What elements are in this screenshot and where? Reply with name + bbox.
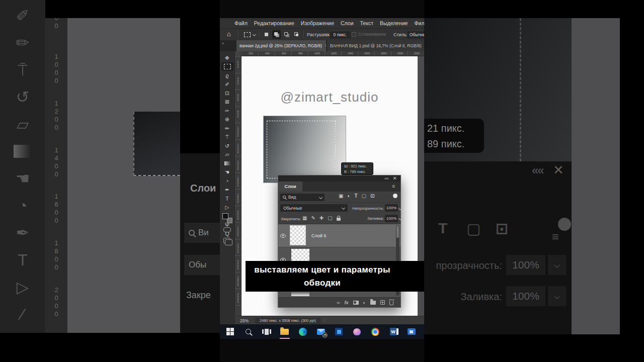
type-tool[interactable]: T (221, 194, 233, 203)
selection-subtract-button[interactable] (282, 30, 291, 39)
new-layer-icon[interactable] (380, 300, 385, 305)
panel-title-bar[interactable]: «« ✕ (278, 175, 400, 182)
document-tab-inactive[interactable]: ВАННАЯ ВИД 1.psd @ 16,7% (Слой 6, RGB/8) (327, 40, 424, 51)
paint3d-icon[interactable] (353, 327, 361, 336)
layer-search-dropdown[interactable]: Вид (280, 194, 325, 201)
selection-new-button[interactable] (262, 30, 271, 39)
rect-marquee-tool[interactable] (221, 62, 233, 71)
style-dropdown[interactable]: Обычный (407, 31, 424, 39)
clone-stamp-tool[interactable]: ⍑ (221, 133, 233, 142)
layer-row-selected[interactable]: Слой 6 (278, 224, 400, 247)
layer-effects-icon[interactable]: fx (345, 300, 349, 305)
tool-bar: ✥ ϱ ✐ ⊡ ⊠ ✑ ⊕ ✏ ⍑ ↺ ▱ (220, 51, 235, 324)
selection-size-tooltip: Ш : 921 пикс. В : 789 пикс. (341, 162, 373, 175)
ruler-number: 1200 (237, 144, 239, 160)
pen-tool[interactable]: ✒ (221, 186, 233, 195)
edge-icon[interactable] (298, 327, 307, 336)
close-panel-icon[interactable]: ✕ (393, 175, 397, 182)
dodge-tool[interactable]: ◔ (221, 176, 233, 186)
eraser-tool[interactable]: ▱ (221, 150, 233, 159)
bg-tool-icon: T (0, 246, 45, 274)
frame-tool[interactable]: ⊠ (221, 98, 233, 107)
word-icon[interactable]: W (389, 327, 397, 336)
chevron-down-icon (319, 195, 323, 199)
smudge-tool[interactable]: ☚ (221, 168, 233, 177)
layer-visibility-icon[interactable] (280, 234, 286, 238)
screen-mode-icon[interactable] (223, 238, 230, 243)
gradient-tool[interactable] (221, 159, 233, 168)
layers-tab[interactable]: Слои (278, 182, 302, 192)
fill-input[interactable]: 100% (385, 215, 398, 222)
lock-paint-icon[interactable]: ✎ (311, 215, 315, 221)
healing-brush-tool[interactable]: ⊕ (221, 115, 233, 124)
link-layers-icon[interactable]: ∞ (337, 300, 340, 305)
media-app-icon[interactable] (407, 327, 416, 336)
lock-position-icon[interactable]: ✚ (319, 215, 324, 221)
filter-shape-layers-icon[interactable]: ▢ (362, 193, 366, 199)
menu-item[interactable]: Фильтр (415, 20, 424, 26)
bg-opacity-label: прозрачность: (424, 260, 502, 272)
menu-item[interactable]: Выделение (380, 20, 408, 26)
path-select-tool[interactable]: ▷ (221, 203, 233, 212)
menu-item[interactable]: Файл (234, 20, 248, 26)
menu-item[interactable]: Редактирование (254, 20, 294, 26)
tab-overflow-icon[interactable]: » (222, 41, 223, 46)
panel-menu-icon[interactable]: ≡ (392, 184, 397, 189)
task-view-icon[interactable] (262, 327, 271, 336)
chrome-icon[interactable] (371, 327, 379, 336)
crop-tool[interactable]: ⊡ (221, 88, 233, 98)
chevron-down-icon[interactable] (253, 33, 256, 36)
antialias-checkbox[interactable]: Сглаживание (352, 32, 386, 37)
selection-intersect-button[interactable] (292, 30, 301, 39)
lock-artboard-icon[interactable]: ▢ (328, 215, 332, 221)
quick-selection-tool[interactable]: ✐ (221, 80, 233, 89)
layer-thumbnail[interactable] (290, 225, 306, 245)
taskbar-search-icon[interactable] (244, 327, 253, 336)
feather-input[interactable]: 0 пикс. (330, 31, 351, 39)
start-button[interactable] (226, 327, 234, 336)
filter-toggle-icon[interactable] (393, 194, 397, 198)
adjustment-layer-icon[interactable]: ◐ (363, 300, 366, 305)
filter-pixel-layers-icon[interactable]: ▣ (339, 193, 343, 199)
delete-layer-icon[interactable] (389, 301, 393, 305)
lock-transparency-icon[interactable]: ▦ (302, 215, 307, 221)
layer-mask-icon[interactable] (353, 301, 359, 305)
bg-tool-icon: ☚ (0, 165, 45, 192)
bg-search-box: Ви (184, 223, 220, 243)
bg-tool-icon: ▱ (0, 111, 45, 138)
lasso-tool[interactable]: ϱ (221, 71, 233, 80)
filter-adjustment-layers-icon[interactable]: ◐ (347, 193, 350, 199)
history-brush-tool[interactable]: ↺ (221, 141, 233, 150)
close-tab-icon[interactable]: × (325, 43, 326, 48)
bg-fill-label: Заливка: (424, 291, 502, 303)
quick-mask-icon[interactable] (223, 227, 231, 232)
zoom-level[interactable]: 25% (240, 318, 249, 323)
bg-ruler-number: 1400 (53, 146, 60, 193)
status-more-icon[interactable]: 〉 (324, 318, 328, 323)
collapse-panel-icon[interactable]: «« (384, 175, 388, 182)
eyedropper-tool[interactable]: ✑ (221, 106, 233, 115)
blend-mode-dropdown[interactable]: Обычные (280, 204, 348, 212)
file-explorer-icon[interactable] (280, 327, 289, 336)
marquee-preset-icon[interactable] (244, 32, 251, 37)
home-icon[interactable]: ⌂ (227, 30, 231, 38)
menu-item[interactable]: Слои (341, 20, 354, 26)
opacity-input[interactable]: 100% (385, 204, 398, 212)
menu-item[interactable]: Текст (360, 20, 373, 26)
lock-all-icon[interactable] (337, 218, 341, 221)
color-swatches[interactable] (222, 213, 232, 223)
layer-group-icon[interactable] (370, 301, 376, 305)
move-tool[interactable]: ✥ (221, 53, 233, 62)
selection-add-button[interactable] (272, 30, 281, 39)
filter-type-layers-icon[interactable]: T (355, 193, 358, 199)
menu-item[interactable]: Изображение (301, 20, 334, 26)
brush-tool[interactable]: ✏ (221, 124, 233, 133)
bg-tool-icon: ▷ (0, 274, 45, 301)
lock-row: Закрепить: ▦ ✎ ✚ ▢ Заливка: 100% (278, 213, 400, 224)
filter-smart-objects-icon[interactable]: ⊡ (370, 193, 374, 199)
document-tab-active[interactable]: ванная 2д.psd @ 25% (ЗЕРКАЛО, RGB/8)× (236, 40, 326, 51)
mail-icon[interactable]: 25 (316, 327, 325, 336)
foreground-color-swatch[interactable] (222, 213, 228, 219)
ruler-number: 2000 (392, 51, 409, 56)
photos-icon[interactable] (335, 327, 343, 336)
